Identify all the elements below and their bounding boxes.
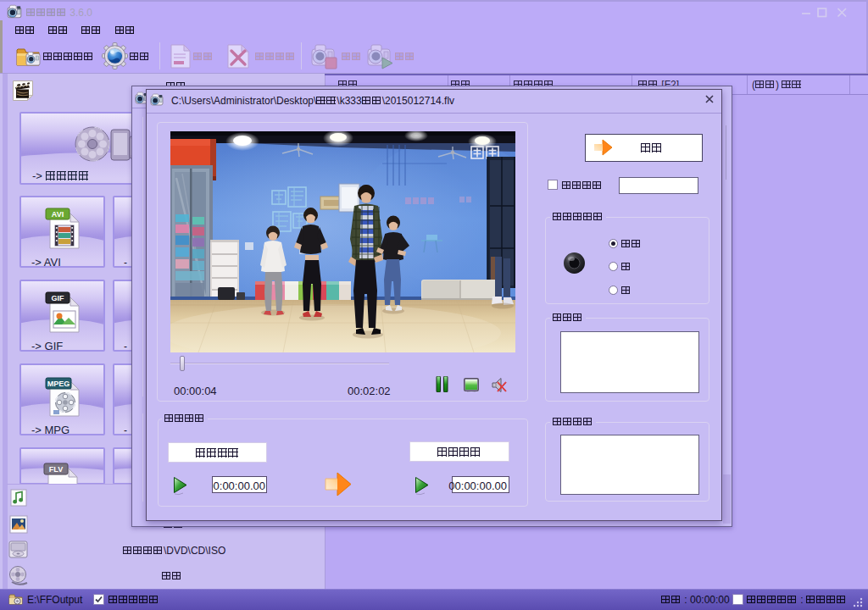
- svg-text:GIF: GIF: [52, 294, 65, 302]
- svg-text:FLV: FLV: [49, 465, 63, 474]
- svg-text:AVI: AVI: [52, 210, 64, 219]
- svg-text:MPEG: MPEG: [47, 380, 70, 388]
